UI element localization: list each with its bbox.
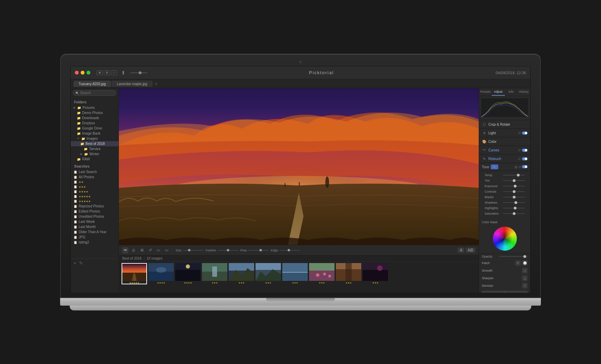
retouch-reset-icon[interactable]: ↺ [518,157,521,161]
view-split-button[interactable]: A|B [466,248,475,253]
light-toggle[interactable] [522,132,528,135]
rect-tool-1[interactable]: ▭ [155,247,161,253]
filmstrip-thumb-6[interactable]: ★★★ [256,263,281,284]
filmstrip-thumb-9[interactable]: ★★★ [336,263,361,284]
sidebar-item-last-month[interactable]: 📋 Last Month [71,224,118,229]
sidebar-item-image-bank[interactable]: 📁 Image Bank [71,131,118,136]
edit-button[interactable]: ✎ [79,260,83,266]
tab-lavender[interactable]: Lavender-maple.jpg [112,81,152,87]
sidebar-item-winter[interactable]: ▶ 📁 Winter [71,151,118,157]
shadows-slider[interactable] [503,202,525,203]
patch-reset-icon[interactable]: ↺ [515,260,521,266]
sidebar-item-rating2[interactable]: 📋 rating2 [71,240,118,245]
sidebar-item-older-than-year[interactable]: 📋 Older Than A Year [71,229,118,235]
filmstrip: Best of 2018 | 10 images [119,255,479,293]
size-slider[interactable] [183,250,204,251]
color-header[interactable]: 🎨 Color [479,137,530,146]
sidebar-item-edited[interactable]: 📋 Edited Photos [71,209,118,214]
edge-slider[interactable] [280,250,300,251]
sidebar-item-tamara[interactable]: 📁 Tamara [71,146,118,151]
curves-reset-icon[interactable]: ↺ [518,148,521,152]
filmstrip-thumb-10[interactable]: ★★★ [363,263,388,284]
denoise-icon[interactable]: ▽ [522,283,528,288]
opacity-slider[interactable] [499,256,528,257]
add-folder-button[interactable]: + [73,260,76,266]
highlights-slider[interactable] [503,208,525,208]
sidebar-item-5stars-2[interactable]: 📋 ★★★★★ [71,199,118,204]
tab-add-button[interactable]: + [153,81,159,87]
saturation-slider[interactable] [503,213,525,214]
tone-reset-icon[interactable]: ↺ [518,165,521,169]
view-grid-icon[interactable]: ⊞ [97,70,103,75]
tab-presets[interactable]: Presets [479,88,492,96]
view-original-button[interactable]: A [458,248,464,253]
sidebar-item-5stars[interactable]: 📋 ★★★★★ [71,194,118,199]
sidebar-item-all-photos[interactable]: 📋 All Photos [71,174,118,180]
filmstrip-thumb-5[interactable]: ★★★ [229,263,254,284]
filmstrip-thumb-4[interactable]: ★★★ [202,263,227,284]
grid-tool[interactable]: ⊞ [139,247,145,253]
window-close-button[interactable] [75,71,79,75]
sidebar-item-rejected[interactable]: 📋 Rejected Photos [71,204,118,209]
tint-slider[interactable] [503,180,525,181]
temp-slider[interactable] [503,175,525,175]
window-minimize-button[interactable] [81,71,84,75]
retouch-toggle[interactable] [522,157,528,160]
patch-buttons: ↺ ⚪ [515,260,528,266]
sidebar-item-google-drive[interactable]: 📁 Google Drive [71,126,118,131]
sidebar-item-dropbox[interactable]: 📁 Dropbox [71,121,118,126]
tab-adjust[interactable]: Adjust [492,88,504,96]
sidebar-item-unedited[interactable]: 📋 Unedited Photos [71,214,118,219]
smooth-icon[interactable]: ◇ [522,268,528,273]
view-full-icon[interactable]: □ [111,70,117,75]
sidebar-item-2stars[interactable]: 📋 ★★ [71,180,118,184]
sidebar-item-last-week[interactable]: 📋 Last Week [71,219,118,224]
blacks-slider[interactable] [503,197,525,197]
tone-toggle[interactable] [522,165,528,168]
sidebar-item-images[interactable]: ▼ 📁 Images [71,136,118,141]
zoom-slider[interactable] [130,72,147,73]
sidebar-item-jpg[interactable]: 📋 JPG [71,235,118,240]
tab-tuscany[interactable]: Tuscany-8203.jpg [73,81,111,87]
retouch-header[interactable]: ✎ Retouch ↺ [479,155,530,163]
lasso-tool[interactable]: ◎ [131,247,137,253]
brush-tool[interactable]: ✏ [122,247,128,253]
light-header[interactable]: ☀ Light ↺ [479,129,530,137]
patch-toggle-icon[interactable]: ⚪ [522,260,528,266]
laptop-hinge [266,298,335,302]
filmstrip-thumb-7[interactable]: ★★★ [282,263,308,284]
filmstrip-thumb-3[interactable]: ★★★★ [175,263,201,284]
tab-history[interactable]: History [518,88,530,96]
sidebar-item-3stars[interactable]: 📋 ★★★ [71,184,118,189]
filmstrip-thumb-1[interactable]: ★★★★★ [122,263,147,284]
window-maximize-button[interactable] [87,71,90,75]
sidebar-item-best-of-2018[interactable]: 📁 Best of 2018 [71,141,118,146]
contrast-slider[interactable] [503,191,525,192]
sidebar-item-downloads[interactable]: 📁 Downloads [71,115,118,121]
filmstrip-thumb-8[interactable]: ★★★ [309,263,334,284]
sidebar-item-pictures[interactable]: ▶ 📁 Pictures [71,105,118,110]
crop-header[interactable]: ⬡ Crop & Rotate [479,120,530,128]
feather-slider[interactable] [218,250,238,251]
tone-mode-button[interactable]: ≡ [491,164,498,169]
sidebar-item-demo-photos[interactable]: 📁 Demo Photos [71,110,118,115]
rect-tool-2[interactable]: ▭ [163,247,170,253]
curves-toggle[interactable] [522,149,528,152]
light-reset-icon[interactable]: ↺ [518,131,521,135]
exposure-slider[interactable] [503,186,525,186]
sharpen-icon[interactable]: △ [522,275,528,281]
undo-tool[interactable]: ↺ [147,247,153,253]
view-split-icon[interactable]: ⊟ [104,70,110,75]
search-input[interactable] [73,90,116,96]
crop-section: ⬡ Crop & Rotate [479,120,530,129]
curves-header[interactable]: 〜 Curves ↺ [479,146,530,154]
filmstrip-thumb-2[interactable]: ★★★★ [148,263,174,284]
sidebar-item-last-search[interactable]: 📋 Last Search [71,169,118,174]
flow-slider[interactable] [248,250,269,251]
tab-info[interactable]: Info [505,88,518,96]
sidebar-item-raw[interactable]: 📁 RAW [71,157,118,162]
share-icon[interactable]: ⬆ [121,70,125,76]
color-wheel[interactable] [493,227,517,251]
reset-adjustments-button[interactable]: Reset Adjustments [482,291,528,293]
sidebar-item-4stars[interactable]: 📋 ★★★★ [71,189,118,194]
